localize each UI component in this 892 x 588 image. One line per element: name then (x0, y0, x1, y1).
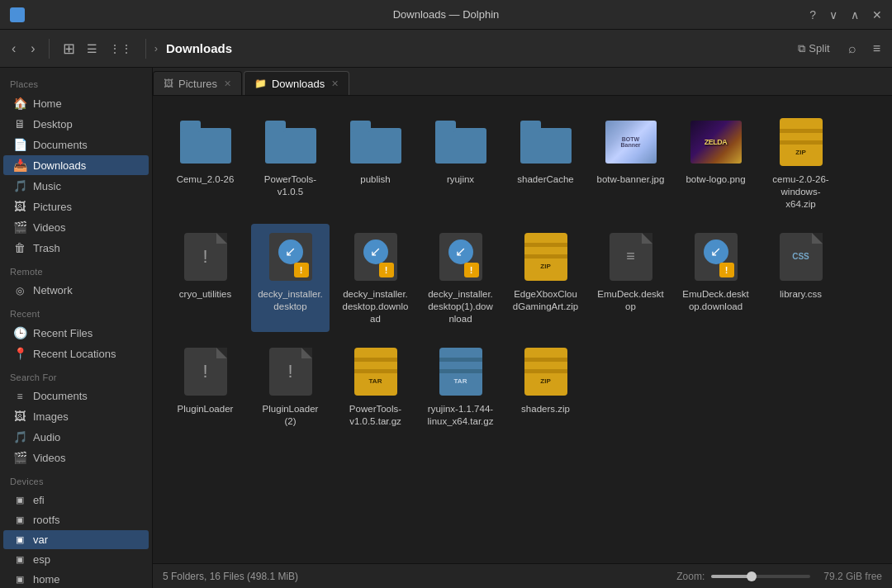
file-item[interactable]: PowerTools-v1.0.5 (251, 109, 330, 217)
tabbar: 🖼 Pictures ✕ 📁 Downloads ✕ (153, 68, 892, 96)
tab-downloads-label: Downloads (272, 78, 325, 90)
search-videos-icon: 🎬 (13, 451, 26, 464)
file-item[interactable]: ! cryo_utilities (166, 224, 244, 332)
drive-icon: ▣ (13, 495, 26, 505)
search-section-label: Search For (0, 364, 152, 386)
file-name: PluginLoader (2) (256, 403, 325, 428)
close-button[interactable]: ✕ (869, 7, 885, 23)
file-item[interactable]: ZELDA botw-logo.png (676, 109, 755, 217)
sidebar-item-home-drive[interactable]: ▣ home (3, 570, 149, 588)
sidebar-item-search-audio[interactable]: 🎵 Audio (3, 427, 149, 447)
file-name: EdgeXboxCloudGamingArt.zip (511, 288, 580, 313)
split-button[interactable]: ⧉ Split (791, 39, 836, 59)
sidebar-item-rootfs[interactable]: ▣ rootfs (3, 510, 149, 529)
file-item[interactable]: ZIP EdgeXboxCloudGamingArt.zip (506, 224, 585, 332)
sidebar-item-efi[interactable]: ▣ efi (3, 491, 149, 510)
file-item[interactable]: TAR PowerTools-v1.0.5.tar.gz (336, 339, 415, 434)
sidebar-item-downloads[interactable]: 📥 Downloads (3, 155, 149, 175)
documents-icon: 📄 (13, 138, 26, 151)
sidebar-item-recent-files[interactable]: 🕒 Recent Files (3, 323, 149, 343)
sidebar-item-search-videos[interactable]: 🎬 Videos (3, 448, 149, 467)
toolbar-separator (49, 39, 50, 59)
help-button[interactable]: ? (806, 7, 819, 23)
toolbar: ‹ › ⊞ ☰ ⋮⋮ › Downloads ⧉ Split ⌕ ≡ (0, 30, 892, 68)
file-item[interactable]: ! PluginLoader (2) (251, 339, 330, 434)
file-item[interactable]: ↙ ! decky_installer.desktop.download (336, 224, 415, 332)
file-item[interactable]: ryujinx (421, 109, 500, 217)
sidebar-item-trash[interactable]: 🗑 Trash (3, 238, 149, 258)
sidebar-item-label: Pictures (33, 201, 72, 213)
icon-view-button[interactable]: ⊞ (58, 36, 80, 61)
tab-pictures-close[interactable]: ✕ (224, 78, 231, 89)
file-name: EmuDeck.desktop.download (681, 288, 750, 313)
drive-icon: ▣ (13, 554, 26, 565)
svg-rect-6 (435, 128, 486, 164)
sidebar-item-desktop[interactable]: 🖥 Desktop (3, 114, 149, 134)
file-item[interactable]: ↙ ! EmuDeck.desktop.download (676, 224, 755, 332)
file-item[interactable]: BOTWBanner botw-banner.jpg (591, 109, 670, 217)
image-thumbnail: ZELDA (690, 121, 742, 164)
tab-downloads-close[interactable]: ✕ (331, 78, 339, 89)
file-name: botw-logo.png (686, 173, 745, 186)
file-item[interactable]: ↙ ! decky_installer.desktop(1).download (421, 224, 500, 332)
tab-downloads[interactable]: 📁 Downloads ✕ (244, 71, 349, 95)
minimize-button[interactable]: ∨ (826, 7, 841, 23)
app-icon (10, 7, 25, 22)
file-item[interactable]: ZIP cemu-2.0-26-windows-x64.zip (762, 109, 840, 217)
file-item[interactable]: shaderCache (506, 109, 585, 217)
sidebar-item-music[interactable]: 🎵 Music (3, 176, 149, 196)
sidebar-item-var[interactable]: ▣ var (3, 530, 149, 549)
file-item[interactable]: ZIP shaders.zip (506, 339, 585, 434)
file-item[interactable]: CSS library.css (762, 224, 840, 332)
file-name: ryujinx-1.1.744-linux_x64.tar.gz (426, 403, 495, 428)
file-name: EmuDeck.desktop (596, 288, 665, 313)
search-button[interactable]: ⌕ (843, 38, 861, 59)
sidebar-item-recent-locations[interactable]: 📍 Recent Locations (3, 344, 149, 363)
drive-icon: ▣ (13, 574, 26, 585)
pictures-icon: 🖼 (13, 200, 26, 213)
sidebar-item-videos[interactable]: 🎬 Videos (3, 217, 149, 237)
file-name: cemu-2.0-26-windows-x64.zip (766, 173, 835, 211)
file-icon (264, 116, 317, 168)
window-title: Downloads — Dolphin (393, 8, 500, 21)
recent-section-label: Recent (0, 301, 152, 322)
sidebar-item-network[interactable]: ◎ Network (3, 281, 149, 300)
recent-locations-icon: 📍 (13, 347, 26, 360)
sidebar-item-search-images[interactable]: 🖼 Images (3, 406, 149, 426)
sidebar-item-label: Desktop (33, 118, 73, 130)
sidebar-item-label: Documents (33, 390, 88, 402)
zoom-slider[interactable] (711, 575, 810, 578)
sidebar-item-pictures[interactable]: 🖼 Pictures (3, 197, 149, 216)
file-item[interactable]: publish (336, 109, 415, 217)
file-icon: TAR (434, 345, 487, 398)
split-icon: ⧉ (798, 42, 805, 55)
detail-view-button[interactable]: ☰ (82, 36, 102, 61)
sidebar-item-home[interactable]: 🏠 Home (3, 93, 149, 113)
file-item[interactable]: TAR ryujinx-1.1.744-linux_x64.tar.gz (421, 339, 500, 434)
breadcrumb-separator: › (154, 42, 158, 55)
file-item[interactable]: ≡ EmuDeck.desktop (591, 224, 670, 332)
file-item[interactable]: Cemu_2.0-26 (166, 109, 244, 217)
network-icon: ◎ (13, 285, 26, 296)
menu-button[interactable]: ≡ (868, 38, 885, 59)
file-item[interactable]: ↙ ! decky_installer.desktop (251, 224, 330, 332)
sidebar-item-documents[interactable]: 📄 Documents (3, 135, 149, 154)
sidebar-item-search-documents[interactable]: ≡ Documents (3, 386, 149, 405)
back-button[interactable]: ‹ (7, 38, 21, 59)
maximize-button[interactable]: ∧ (847, 7, 862, 23)
sidebar-item-label: Network (33, 284, 73, 296)
file-name: library.css (780, 288, 822, 301)
titlebar: Downloads — Dolphin ? ∨ ∧ ✕ (0, 0, 892, 30)
file-item[interactable]: ! PluginLoader (166, 339, 244, 434)
sidebar-item-esp[interactable]: ▣ esp (3, 550, 149, 569)
free-space: 79.2 GiB free (823, 571, 882, 582)
svg-rect-8 (520, 128, 572, 164)
file-icon (434, 116, 487, 168)
svg-rect-1 (180, 121, 201, 132)
toolbar-right: ⧉ Split ⌕ ≡ (791, 38, 885, 59)
status-info: 5 Folders, 16 Files (498.1 MiB) (163, 571, 663, 582)
tab-pictures[interactable]: 🖼 Pictures ✕ (153, 71, 242, 95)
forward-button[interactable]: › (26, 38, 40, 59)
downloads-icon: 📥 (13, 159, 26, 172)
columns-view-button[interactable]: ⋮⋮ (104, 36, 137, 61)
